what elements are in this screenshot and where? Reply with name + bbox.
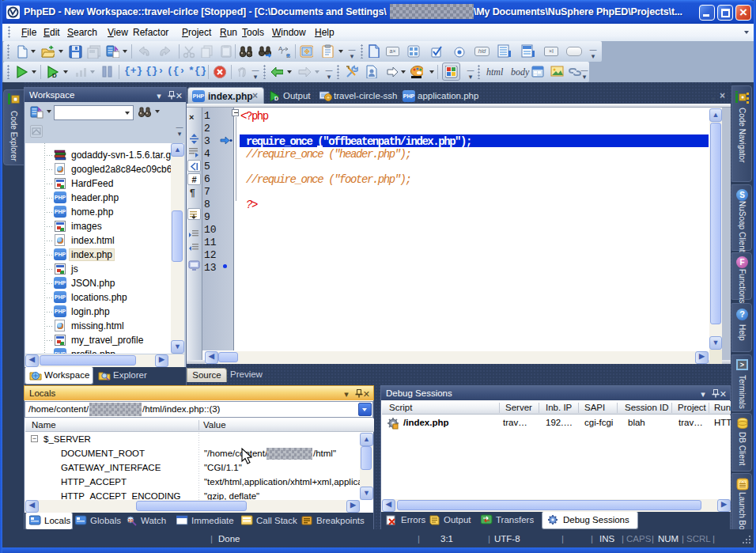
svg-text:D: D bbox=[52, 72, 57, 78]
svg-text:10: 10 bbox=[128, 518, 134, 523]
svg-text:D: D bbox=[274, 96, 278, 101]
